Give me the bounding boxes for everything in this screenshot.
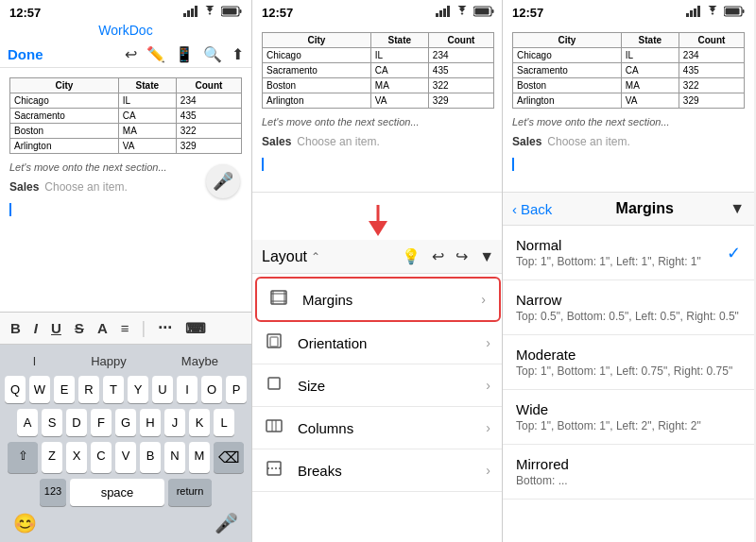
phone-icon[interactable]: 📱 (175, 45, 194, 63)
table-cell: 322 (176, 124, 241, 139)
key-s[interactable]: S (42, 409, 62, 436)
key-w[interactable]: W (29, 376, 50, 403)
quicktype-l[interactable]: l (27, 351, 42, 371)
orientation-icon (266, 333, 286, 352)
key-z[interactable]: Z (42, 442, 62, 473)
margin-option-item[interactable]: NarrowTop: 0.5", Bottom: 0.5", Left: 0.5… (503, 280, 754, 335)
strikethrough-button[interactable]: S (72, 318, 87, 338)
key-h[interactable]: H (140, 409, 161, 436)
menu-item-margins[interactable]: Margins › (255, 277, 501, 322)
key-p[interactable]: P (226, 376, 247, 403)
key-shift[interactable]: ⇧ (8, 442, 38, 473)
menu-item-columns[interactable]: Columns › (252, 407, 503, 449)
svg-rect-7 (436, 13, 438, 17)
margin-option-item[interactable]: ModerateTop: 1", Bottom: 1", Left: 0.75"… (503, 335, 754, 390)
col-state-3: State (621, 33, 679, 48)
pencil-icon[interactable]: ✏️ (146, 45, 165, 63)
mic-icon-bottom[interactable]: 🎤 (215, 512, 238, 534)
key-row-2: A S D F G H J K L (4, 409, 248, 436)
table-cell: Sacramento (10, 109, 119, 124)
redo-icon[interactable]: ↪ (455, 247, 468, 265)
key-o[interactable]: O (201, 376, 222, 403)
more-button[interactable]: ··· (155, 316, 175, 340)
key-r[interactable]: R (78, 376, 99, 403)
table-cell: Arlington (263, 93, 371, 109)
table-cell: 322 (679, 78, 744, 93)
menu-item-breaks[interactable]: Breaks › (252, 449, 503, 492)
table-cell: VA (118, 139, 176, 154)
margin-option-info: NormalTop: 1", Bottom: 1", Left: 1", Rig… (516, 237, 701, 268)
sales-row-3: Sales Choose an item. (512, 135, 745, 148)
menu-item-size[interactable]: Size › (252, 364, 503, 407)
key-x[interactable]: X (66, 442, 87, 473)
share-icon[interactable]: ⬆ (232, 45, 244, 63)
margin-option-name: Normal (516, 237, 701, 253)
key-c[interactable]: C (91, 442, 112, 473)
bulb-icon[interactable]: 💡 (402, 247, 421, 265)
keyboard-button[interactable]: ⌨ (182, 318, 209, 339)
key-delete[interactable]: ⌫ (214, 442, 244, 473)
key-b[interactable]: B (140, 442, 161, 473)
voice-button-1[interactable]: 🎤 (206, 164, 240, 198)
svg-rect-23 (268, 378, 280, 389)
back-label: Back (521, 201, 552, 217)
svg-rect-30 (690, 10, 693, 17)
key-m[interactable]: M (189, 442, 210, 473)
svg-rect-22 (270, 337, 278, 347)
emoji-icon[interactable]: 😊 (13, 512, 37, 534)
text-color-button[interactable]: A (94, 318, 111, 338)
key-return[interactable]: return (168, 479, 212, 506)
panel3-dropdown-icon[interactable]: ▼ (730, 200, 745, 217)
key-a[interactable]: A (17, 409, 38, 436)
margin-option-desc: Top: 0.5", Bottom: 0.5", Left: 0.5", Rig… (516, 310, 739, 323)
back-button[interactable]: ‹ Back (512, 201, 552, 217)
list-button[interactable]: ≡ (118, 318, 132, 338)
italic-button[interactable]: I (31, 318, 41, 338)
undo-icon[interactable]: ↩ (125, 45, 137, 63)
table-cell: CA (118, 109, 176, 124)
key-space[interactable]: space (70, 479, 164, 506)
key-u[interactable]: U (152, 376, 173, 403)
quicktype-happy[interactable]: Happy (85, 351, 132, 371)
margins-panel-title: Margins (559, 200, 730, 217)
battery-icon-3 (724, 6, 745, 19)
key-g[interactable]: G (115, 409, 136, 436)
key-v[interactable]: V (115, 442, 136, 473)
key-d[interactable]: D (66, 409, 87, 436)
margin-option-item[interactable]: WideTop: 1", Bottom: 1", Left: 2", Right… (503, 390, 754, 445)
key-i[interactable]: I (177, 376, 198, 403)
search-icon[interactable]: 🔍 (203, 45, 222, 63)
key-e[interactable]: E (54, 376, 75, 403)
svg-rect-2 (191, 8, 194, 17)
status-bar-2: 12:57 (252, 0, 503, 23)
underline-button[interactable]: U (48, 318, 64, 338)
dropdown-icon[interactable]: ▼ (479, 248, 494, 265)
table-row: ChicagoIL234 (10, 93, 242, 109)
svg-rect-10 (447, 6, 450, 17)
key-j[interactable]: J (164, 409, 185, 436)
table-row: ChicagoIL234 (513, 48, 745, 63)
key-123[interactable]: 123 (40, 479, 66, 506)
svg-rect-1 (187, 10, 190, 17)
bold-button[interactable]: B (8, 318, 24, 338)
undo-icon-2[interactable]: ↩ (432, 247, 444, 265)
key-y[interactable]: Y (128, 376, 148, 403)
signal-icon-2 (436, 6, 451, 19)
table-cell: Arlington (10, 139, 119, 154)
margin-option-item[interactable]: MirroredBottom: ... (503, 445, 754, 500)
key-t[interactable]: T (103, 376, 124, 403)
key-k[interactable]: K (189, 409, 210, 436)
done-button[interactable]: Done (8, 46, 43, 62)
key-n[interactable]: N (164, 442, 185, 473)
key-f[interactable]: F (91, 409, 112, 436)
margin-option-item[interactable]: NormalTop: 1", Bottom: 1", Left: 1", Rig… (503, 226, 754, 280)
status-bar-1: 12:57 (0, 0, 251, 23)
quicktype-maybe[interactable]: Maybe (176, 351, 224, 371)
toolbar-icons: ↩ ✏️ 📱 🔍 ⬆ (125, 45, 244, 63)
col-city-3: City (513, 33, 622, 48)
key-q[interactable]: Q (5, 376, 26, 403)
size-chevron: › (486, 378, 490, 393)
key-l[interactable]: L (214, 409, 234, 436)
svg-rect-3 (195, 6, 198, 17)
menu-item-orientation[interactable]: Orientation › (252, 322, 503, 364)
